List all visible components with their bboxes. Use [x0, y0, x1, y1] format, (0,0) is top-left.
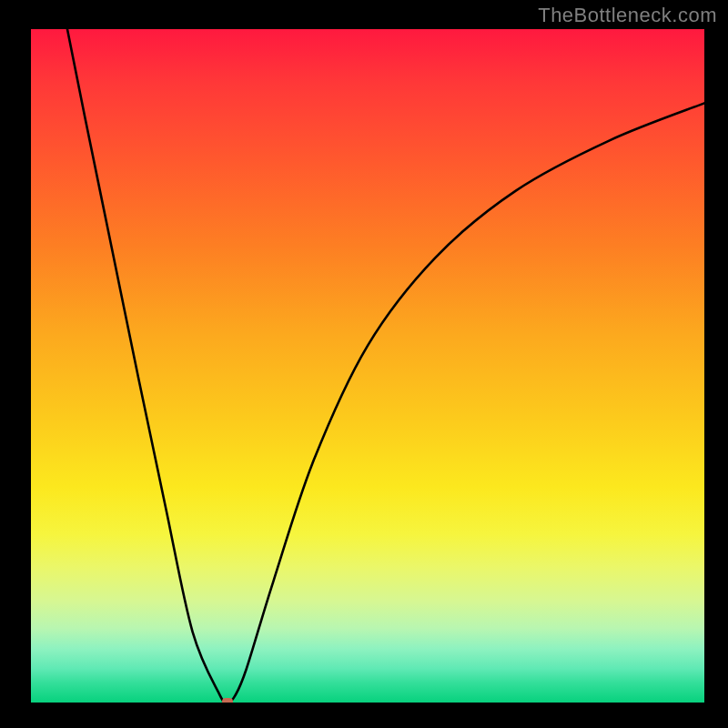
chart-container: TheBottleneck.com: [0, 0, 728, 728]
curve-svg: [31, 29, 704, 703]
optimum-marker: [222, 698, 233, 703]
plot-area: [31, 29, 704, 703]
bottleneck-curve-path: [67, 29, 704, 703]
watermark-text: TheBottleneck.com: [538, 4, 717, 27]
